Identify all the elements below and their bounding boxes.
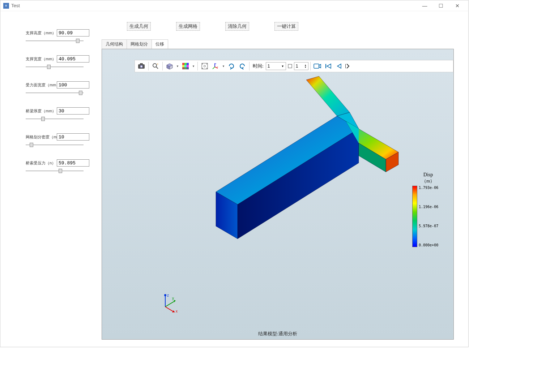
param-4: 网格划分密度（mm） xyxy=(26,133,87,148)
param-label: 支撑高度（mm） xyxy=(26,30,55,36)
param-3: 桥梁厚度（mm） xyxy=(26,107,87,122)
svg-rect-11 xyxy=(187,65,189,67)
more-icon[interactable] xyxy=(345,61,351,71)
close-button[interactable]: ✕ xyxy=(449,1,465,11)
dropdown-icon[interactable]: ▼ xyxy=(221,65,226,68)
tabs: 几何结构网格划分位移 xyxy=(102,39,454,49)
tab[interactable]: 网格划分 xyxy=(127,39,152,49)
window-title: Test xyxy=(11,3,417,8)
time-label: 时间: xyxy=(253,63,264,69)
param-1: 支撑宽度（mm） xyxy=(26,55,87,70)
param-input[interactable] xyxy=(57,29,89,36)
render-mode-icon[interactable] xyxy=(165,61,175,71)
svg-line-18 xyxy=(213,67,215,69)
step-back-icon[interactable] xyxy=(334,61,344,71)
svg-rect-1 xyxy=(140,63,143,65)
dropdown-icon: ▼ xyxy=(281,65,284,68)
app-icon: ≡ xyxy=(3,3,9,9)
action-button[interactable]: 生成几何 xyxy=(127,22,151,31)
tab[interactable]: 几何结构 xyxy=(102,39,127,49)
param-label: 支撑宽度（mm） xyxy=(26,56,55,62)
svg-text:z: z xyxy=(215,63,216,65)
axis-x-label: x xyxy=(176,309,178,313)
svg-rect-13 xyxy=(184,67,187,69)
param-slider[interactable] xyxy=(26,64,84,70)
param-5: 桥索受压力（n） xyxy=(26,159,87,174)
rotate-counter-icon[interactable] xyxy=(237,61,247,71)
model-render xyxy=(145,74,406,255)
svg-rect-12 xyxy=(182,67,184,69)
skip-start-icon[interactable] xyxy=(323,61,333,71)
svg-line-5 xyxy=(156,67,158,69)
time-select-value: 1 xyxy=(268,64,270,69)
legend-bar xyxy=(412,186,417,247)
svg-rect-9 xyxy=(182,65,184,67)
main-area: 生成几何生成网格清除几何一键计算 几何结构网格划分位移 xyxy=(102,18,454,340)
tab[interactable]: 位移 xyxy=(152,39,168,49)
time-spinner[interactable]: 1 ▲▼ xyxy=(294,62,308,70)
param-input[interactable] xyxy=(57,159,89,167)
param-slider[interactable] xyxy=(26,116,84,122)
param-label: 桥梁厚度（mm） xyxy=(26,108,55,114)
window-buttons: — ☐ ✕ xyxy=(417,1,465,11)
maximize-button[interactable]: ☐ xyxy=(433,1,449,11)
svg-rect-6 xyxy=(182,63,184,65)
app-window: ≡ Test — ☐ ✕ 支撑高度（mm）支撑宽度（mm）受力面宽度（mm）桥梁… xyxy=(0,0,469,347)
spinner-arrows[interactable]: ▲▼ xyxy=(304,64,307,68)
zoom-icon[interactable] xyxy=(150,61,161,71)
action-bar: 生成几何生成网格清除几何一键计算 xyxy=(102,18,454,39)
action-button[interactable]: 一键计算 xyxy=(274,22,298,31)
fit-icon[interactable] xyxy=(200,61,210,71)
rotate-clockwise-icon[interactable] xyxy=(226,61,236,71)
svg-rect-7 xyxy=(184,63,187,65)
param-slider[interactable] xyxy=(26,90,84,96)
param-label: 桥索受压力（n） xyxy=(26,160,55,166)
legend-ticks: 1.793e-061.196e-065.978e-070.000e+00 xyxy=(419,186,438,247)
param-input[interactable] xyxy=(57,107,89,115)
separator xyxy=(162,62,163,70)
separator xyxy=(310,62,311,70)
viewer-toolbar: ▼ ▼ zx ▼ xyxy=(135,60,453,72)
separator xyxy=(197,62,198,70)
svg-rect-10 xyxy=(184,65,187,67)
time-select[interactable]: 1 ▼ xyxy=(266,62,286,70)
dropdown-icon[interactable]: ▼ xyxy=(175,65,180,68)
axis-z-label: z xyxy=(167,293,169,297)
param-slider[interactable] xyxy=(26,168,84,174)
legend-tick: 0.000e+00 xyxy=(419,243,438,247)
camera-icon[interactable] xyxy=(136,61,146,71)
time-stop-icon[interactable] xyxy=(287,61,293,71)
time-spin-value: 1 xyxy=(296,64,298,69)
dropdown-icon[interactable]: ▼ xyxy=(191,65,196,68)
param-0: 支撑高度（mm） xyxy=(26,29,87,44)
svg-point-26 xyxy=(164,294,166,296)
param-slider[interactable] xyxy=(26,38,84,44)
parameter-panel: 支撑高度（mm）支撑宽度（mm）受力面宽度（mm）桥梁厚度（mm）网格划分密度（… xyxy=(8,18,94,340)
minimize-button[interactable]: — xyxy=(417,1,433,11)
video-icon[interactable] xyxy=(312,61,323,71)
legend-unit: （m） xyxy=(410,178,446,184)
svg-point-3 xyxy=(141,66,142,67)
action-button[interactable]: 生成网格 xyxy=(176,22,200,31)
svg-rect-21 xyxy=(288,64,292,68)
action-button[interactable]: 清除几何 xyxy=(225,22,249,31)
color-legend: Disp （m） 1.793e-061.196e-065.978e-070.00… xyxy=(410,172,446,247)
param-2: 受力面宽度（mm） xyxy=(26,81,87,96)
legend-title: Disp xyxy=(410,172,446,178)
canvas-area[interactable]: ▼ ▼ zx ▼ xyxy=(102,49,453,339)
axes-icon[interactable]: zx xyxy=(210,61,221,71)
param-input[interactable] xyxy=(57,133,89,141)
color-cube-icon[interactable] xyxy=(180,61,191,71)
viewer-caption: 结果模型:通用分析 xyxy=(102,331,453,337)
axis-y-label: y xyxy=(172,296,174,300)
body: 支撑高度（mm）支撑宽度（mm）受力面宽度（mm）桥梁厚度（mm）网格划分密度（… xyxy=(0,11,468,347)
viewer-panel: ▼ ▼ zx ▼ xyxy=(102,49,454,340)
param-input[interactable] xyxy=(57,81,89,89)
svg-line-27 xyxy=(165,301,174,307)
legend-tick: 1.196e-06 xyxy=(419,205,438,209)
svg-rect-22 xyxy=(314,64,319,68)
param-input[interactable] xyxy=(57,55,89,63)
param-slider[interactable] xyxy=(26,142,84,148)
axes-indicator: z y x xyxy=(156,292,182,318)
svg-point-4 xyxy=(153,64,157,67)
